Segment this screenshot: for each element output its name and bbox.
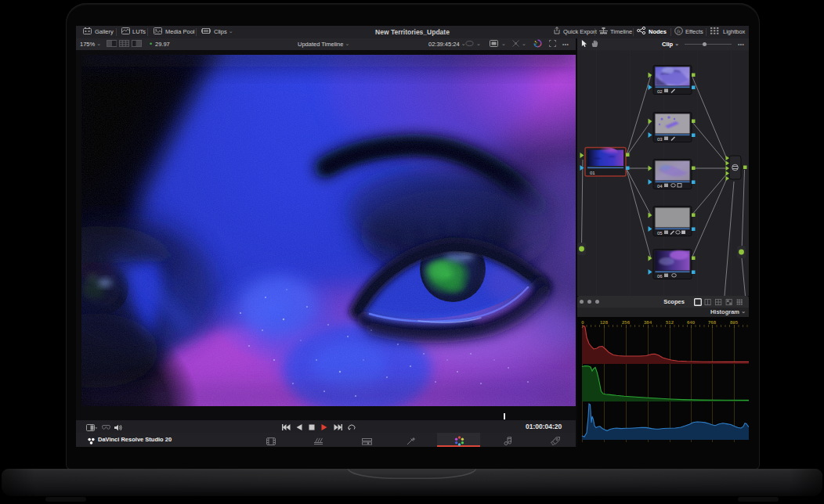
svg-text:05: 05 [657,231,663,236]
svg-text:03: 03 [657,137,663,142]
svg-text:128: 128 [600,320,609,325]
svg-text:02: 02 [657,89,663,94]
svg-text:640: 640 [687,320,696,325]
svg-text:06: 06 [657,274,663,279]
svg-text:895: 895 [730,320,739,325]
svg-text:512: 512 [666,320,674,325]
svg-text:384: 384 [644,320,652,325]
svg-text:256: 256 [622,320,631,325]
svg-text:768: 768 [708,320,717,325]
svg-text:04: 04 [657,184,663,189]
svg-text:fx: fx [677,29,681,34]
svg-text:01: 01 [590,171,595,175]
